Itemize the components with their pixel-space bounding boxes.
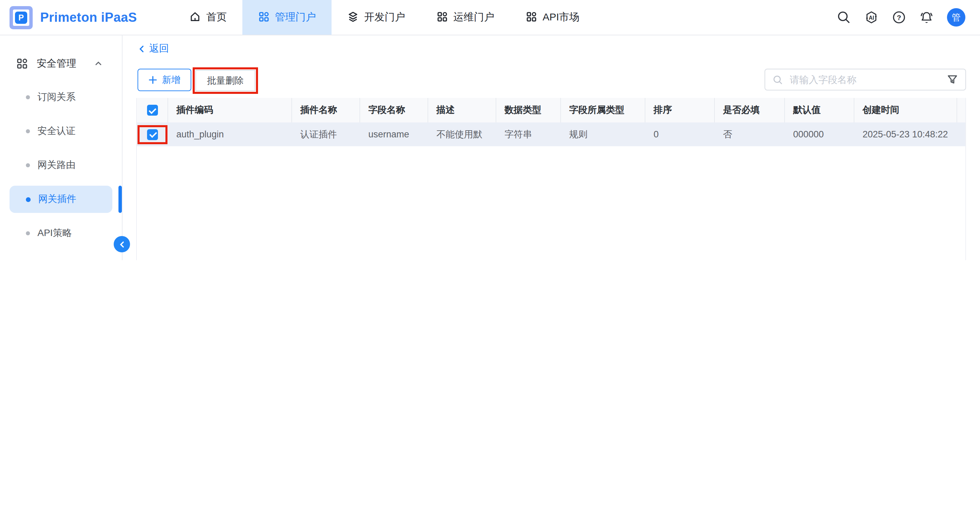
ai-assistant-icon[interactable]: AI [864, 10, 879, 25]
cell-required: 否 [715, 122, 785, 146]
sidebar-item-label: 网关路由 [37, 159, 76, 171]
cell-data-type: 字符串 [496, 122, 561, 146]
back-link-label: 返回 [149, 42, 169, 55]
table-row[interactable]: auth_plugin 认证插件 username 不能使用默 字符串 规则 0… [137, 122, 966, 146]
topbar-actions: AI ? 管 [837, 0, 980, 35]
cell-sort-order: 0 [645, 122, 715, 146]
column-header: 描述 [428, 98, 496, 122]
bullet-dot-icon [26, 197, 31, 202]
nav-tab-label: API市场 [542, 11, 579, 24]
nav-tab-ops-portal[interactable]: 运维门户 [421, 0, 510, 35]
primary-nav: 首页 管理门户 开发门户 运维门户 API市场 [173, 0, 595, 35]
grid-icon [436, 11, 448, 24]
cell-plugin-name: 认证插件 [292, 122, 360, 146]
add-button-label: 新增 [162, 74, 180, 86]
add-button[interactable]: 新增 [137, 69, 191, 91]
sidebar-item-label: API策略 [37, 227, 72, 239]
brand: P Primeton iPaaS [0, 0, 173, 35]
sidebar-group-label: 安全管理 [37, 57, 76, 70]
row-checkbox-cell [137, 122, 168, 146]
notifications-bell-icon[interactable] [919, 10, 934, 25]
column-header: 字段名称 [360, 98, 428, 122]
sidebar-item-gateway-plugin[interactable]: 网关插件 [10, 186, 112, 213]
sidebar-item-label: 订阅关系 [37, 91, 76, 103]
back-link[interactable]: 返回 [137, 42, 169, 55]
main-content: 返回 新增 批量删除 [123, 35, 980, 260]
sidebar-group-security[interactable]: 安全管理 [0, 50, 122, 77]
sidebar: 安全管理 订阅关系 安全认证 网关路由 网关插件 API策略 告警策略 API审… [0, 35, 123, 260]
page-body: 安全管理 订阅关系 安全认证 网关路由 网关插件 API策略 告警策略 API审… [0, 35, 980, 260]
sidebar-item-label: 安全认证 [37, 125, 76, 137]
column-header: 字段所属类型 [561, 98, 645, 122]
table-header-checkbox-cell [137, 98, 168, 122]
field-search-input[interactable] [788, 73, 942, 86]
column-header: 更新时间 [957, 98, 966, 122]
column-header: 插件名称 [292, 98, 360, 122]
plus-icon [148, 76, 157, 84]
sidebar-item-api-policy[interactable]: API策略 [10, 220, 112, 247]
column-header: 数据类型 [496, 98, 561, 122]
cell-updated-time: 2025-05-23 10:48:22 [957, 122, 966, 146]
nav-tab-label: 开发门户 [364, 11, 405, 24]
top-navbar: P Primeton iPaaS 首页 管理门户 开发门户 运维门户 A [0, 0, 980, 35]
bullet-dot-icon [26, 129, 30, 133]
sidebar-item-alert-policy[interactable]: 告警策略 [10, 254, 112, 260]
filter-icon[interactable] [947, 74, 958, 85]
column-header: 插件编码 [168, 98, 292, 122]
search-icon[interactable] [837, 10, 851, 24]
plugin-fields-table: 插件编码 插件名称 字段名称 描述 数据类型 字段所属类型 排序 是否必填 默认… [136, 98, 966, 260]
select-all-checkbox[interactable] [147, 105, 158, 116]
column-header: 默认值 [785, 98, 854, 122]
nav-tab-dev-portal[interactable]: 开发门户 [331, 0, 421, 35]
svg-text:AI: AI [869, 14, 874, 21]
cell-field-name: username [360, 122, 428, 146]
home-icon [189, 11, 201, 24]
sidebar-item-subscription[interactable]: 订阅关系 [10, 84, 112, 111]
svg-text:?: ? [897, 14, 901, 21]
column-header: 排序 [645, 98, 715, 122]
annotation-box-row-checkbox [137, 125, 167, 144]
sidebar-collapse-toggle[interactable] [114, 236, 130, 252]
nav-tab-api-market[interactable]: API市场 [510, 0, 595, 35]
cell-description: 不能使用默 [428, 122, 496, 146]
cell-created-time: 2025-05-23 10:48:22 [854, 122, 957, 146]
bullet-dot-icon [26, 95, 30, 99]
brand-title: Primeton iPaaS [40, 10, 137, 25]
batch-delete-button[interactable]: 批量删除 [196, 70, 255, 91]
bullet-dot-icon [26, 231, 30, 235]
bullet-dot-icon [26, 163, 30, 167]
sidebar-item-security-auth[interactable]: 安全认证 [10, 118, 112, 145]
column-header: 是否必填 [715, 98, 785, 122]
help-icon[interactable]: ? [892, 10, 906, 24]
toolbar: 新增 批量删除 [137, 69, 966, 94]
cell-default-value: 000000 [785, 122, 854, 146]
nav-tab-home[interactable]: 首页 [173, 0, 242, 35]
search-icon [773, 75, 783, 85]
grid-icon [526, 11, 537, 24]
column-header: 创建时间 [854, 98, 957, 122]
nav-tab-label: 首页 [206, 11, 227, 24]
table-scroll-area: 插件编码 插件名称 字段名称 描述 数据类型 字段所属类型 排序 是否必填 默认… [137, 98, 966, 146]
field-search-box [765, 69, 966, 90]
nav-tab-admin-portal[interactable]: 管理门户 [242, 0, 331, 35]
chevron-left-icon [137, 44, 146, 53]
nav-tab-label: 运维门户 [453, 11, 494, 24]
brand-logo-icon: P [10, 6, 33, 29]
grid-icon [16, 57, 28, 69]
user-avatar[interactable]: 管 [947, 8, 966, 27]
nav-tab-label: 管理门户 [275, 11, 316, 24]
chevron-up-icon [95, 60, 102, 67]
sidebar-item-label: 网关插件 [38, 193, 76, 205]
annotation-box-batch-delete: 批量删除 [192, 67, 258, 94]
sidebar-item-gateway-route[interactable]: 网关路由 [10, 152, 112, 179]
cell-field-owner-type: 规则 [561, 122, 645, 146]
cell-plugin-code: auth_plugin [168, 122, 292, 146]
layers-icon [347, 11, 359, 24]
app: P Primeton iPaaS 首页 管理门户 开发门户 运维门户 A [0, 0, 980, 260]
table-header-row: 插件编码 插件名称 字段名称 描述 数据类型 字段所属类型 排序 是否必填 默认… [137, 98, 966, 122]
grid-icon [258, 11, 270, 24]
chevron-left-icon [118, 241, 126, 248]
